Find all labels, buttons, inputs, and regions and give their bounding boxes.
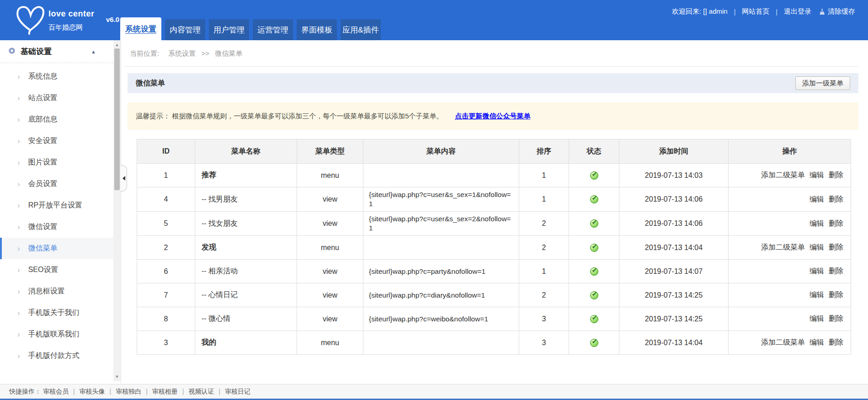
cell-menu-content: {siteurl}wap.php?c=party&nofollow=1 [363, 260, 519, 283]
op-编辑[interactable]: 编辑 [809, 338, 824, 346]
sidebar-collapse-handle[interactable] [121, 165, 127, 192]
tip-text: 温馨提示： 根据微信菜单规则，一级菜单最多可以添加三个，每个一级菜单最多可以添加… [136, 112, 443, 121]
sidebar-item-底部信息[interactable]: ›底部信息 [0, 109, 113, 130]
op-删除[interactable]: 删除 [829, 171, 843, 179]
column-header-添加时间: 添加时间 [619, 139, 729, 164]
table-header-row: ID菜单名称菜单类型菜单内容排序状态添加时间操作 [137, 139, 851, 164]
scrollbar-thumb[interactable] [114, 48, 120, 190]
sidebar-item-SEO设置[interactable]: ›SEO设置 [0, 259, 113, 281]
op-添加二级菜单[interactable]: 添加二级菜单 [761, 171, 805, 179]
status-enabled-icon[interactable] [590, 219, 598, 228]
tab-内容管理[interactable]: 内容管理 [165, 19, 205, 40]
op-删除[interactable]: 删除 [829, 291, 843, 299]
op-删除[interactable]: 删除 [829, 315, 843, 322]
update-wechat-menu-link[interactable]: 点击更新微信公众号菜单 [455, 112, 531, 121]
cell-id: 4 [137, 187, 195, 212]
op-编辑[interactable]: 编辑 [809, 291, 824, 299]
chevron-right-icon: › [17, 244, 20, 253]
sidebar-item-系统信息[interactable]: ›系统信息 [0, 66, 113, 87]
table-row: 2发现menu22019-07-13 14:04添加二级菜单编辑删除 [137, 236, 851, 260]
sidebar-item-站点设置[interactable]: ›站点设置 [0, 87, 113, 109]
sidebar-item-安全设置[interactable]: ›安全设置 [0, 130, 113, 152]
op-添加二级菜单[interactable]: 添加二级菜单 [761, 243, 805, 251]
cell-menu-name: -- 找女朋友 [195, 212, 297, 236]
cell-added-time: 2019-07-13 14:25 [619, 283, 729, 307]
collapse-up-icon[interactable]: ▲ [91, 49, 96, 54]
logout-link[interactable]: 退出登录 [784, 7, 811, 16]
breadcrumb: 当前位置: 系统设置 >> 微信菜单 [124, 40, 858, 67]
wechat-menu-table: ID菜单名称菜单类型菜单内容排序状态添加时间操作 1推荐menu12019-07… [137, 139, 851, 355]
breadcrumb-item-current[interactable]: 微信菜单 [215, 49, 242, 57]
tab-运营管理[interactable]: 运营管理 [253, 19, 293, 40]
cell-id: 6 [137, 260, 195, 283]
status-enabled-icon[interactable] [590, 267, 598, 276]
tab-界面模板[interactable]: 界面模板 [297, 19, 337, 40]
sidebar-item-label: 手机版关于我们 [28, 308, 80, 318]
breadcrumb-item-system[interactable]: 系统设置 [168, 49, 196, 57]
table-row: 6-- 相亲活动view{siteurl}wap.php?c=party&nof… [137, 260, 851, 283]
sidebar-item-会员设置[interactable]: ›会员设置 [0, 173, 113, 195]
divider: | [146, 388, 148, 395]
tab-系统设置[interactable]: 系统设置 [120, 17, 161, 40]
version-label: v6.0 [106, 16, 119, 23]
logo-title: love center [48, 9, 95, 19]
cell-sort: 2 [519, 283, 569, 307]
op-删除[interactable]: 删除 [829, 195, 843, 203]
status-enabled-icon[interactable] [590, 315, 598, 323]
status-enabled-icon[interactable] [590, 244, 598, 252]
op-删除[interactable]: 删除 [829, 338, 843, 346]
quick-link-审核独白[interactable]: 审核独白 [116, 388, 141, 395]
sidebar-item-手机版关于我们[interactable]: ›手机版关于我们 [0, 302, 113, 324]
chevron-right-icon: › [17, 201, 20, 210]
scrollbar-up-icon[interactable]: ▲ [113, 41, 121, 48]
quick-link-审核日记[interactable]: 审核日记 [225, 388, 250, 395]
op-编辑[interactable]: 编辑 [809, 267, 824, 275]
cell-menu-name: -- 找男朋友 [195, 187, 297, 212]
sidebar-item-RP开放平台设置[interactable]: ›RP开放平台设置 [0, 195, 113, 216]
sidebar-section-header[interactable]: 基础设置 ▲ [0, 40, 113, 63]
breadcrumb-prefix: 当前位置: [130, 49, 159, 57]
quick-link-审核头像[interactable]: 审核头像 [80, 388, 105, 395]
divider: | [110, 388, 112, 395]
scrollbar-down-icon[interactable]: ▼ [113, 373, 121, 380]
quick-link-审核会员[interactable]: 审核会员 [43, 388, 69, 395]
clear-cache-link[interactable]: 清除缓存 [828, 7, 855, 16]
cell-status [569, 331, 619, 355]
status-enabled-icon[interactable] [590, 291, 598, 299]
quick-actions-bar: 快捷操作： 审核会员|审核头像|审核独白|审核相册|视频认证|审核日记 [0, 384, 868, 400]
op-编辑[interactable]: 编辑 [809, 195, 824, 203]
op-编辑[interactable]: 编辑 [809, 171, 824, 179]
op-编辑[interactable]: 编辑 [809, 219, 824, 227]
sidebar-menu: ›系统信息›站点设置›底部信息›安全设置›图片设置›会员设置›RP开放平台设置›… [0, 63, 113, 367]
op-删除[interactable]: 删除 [829, 219, 843, 227]
table-row: 3我的menu32019-07-13 14:04添加二级菜单编辑删除 [137, 331, 851, 355]
cell-id: 8 [137, 307, 195, 331]
sidebar-item-手机版付款方式[interactable]: ›手机版付款方式 [0, 345, 113, 367]
quick-link-视频认证[interactable]: 视频认证 [188, 388, 214, 395]
quick-link-审核相册[interactable]: 审核相册 [152, 388, 178, 395]
status-enabled-icon[interactable] [590, 195, 598, 203]
cell-menu-content [363, 331, 519, 355]
sidebar-item-消息框设置[interactable]: ›消息框设置 [0, 281, 113, 302]
sidebar-item-手机版联系我们[interactable]: ›手机版联系我们 [0, 324, 113, 345]
sidebar-item-图片设置[interactable]: ›图片设置 [0, 152, 113, 173]
op-编辑[interactable]: 编辑 [809, 243, 824, 251]
tab-用户管理[interactable]: 用户管理 [209, 19, 249, 40]
site-home-link[interactable]: 网站首页 [742, 7, 769, 16]
table-row: 4-- 找男朋友view{siteurl}wap.php?c=user&s_se… [137, 187, 851, 212]
cell-menu-type: view [297, 283, 363, 307]
sidebar-item-微信菜单[interactable]: ›微信菜单 [0, 238, 113, 259]
status-enabled-icon[interactable] [590, 339, 598, 347]
add-top-menu-button[interactable]: 添加一级菜单 [795, 76, 850, 90]
tab-应用&插件[interactable]: 应用&插件 [341, 19, 381, 40]
page-title: 微信菜单 [136, 79, 165, 88]
op-编辑[interactable]: 编辑 [809, 315, 824, 322]
cell-added-time: 2019-07-13 14:25 [619, 307, 729, 331]
cell-sort: 1 [519, 164, 569, 187]
op-删除[interactable]: 删除 [829, 243, 843, 251]
op-添加二级菜单[interactable]: 添加二级菜单 [761, 338, 805, 346]
sidebar-item-微信设置[interactable]: ›微信设置 [0, 216, 113, 238]
status-enabled-icon[interactable] [590, 171, 598, 180]
op-删除[interactable]: 删除 [829, 267, 843, 275]
heart-logo-icon [14, 3, 46, 37]
